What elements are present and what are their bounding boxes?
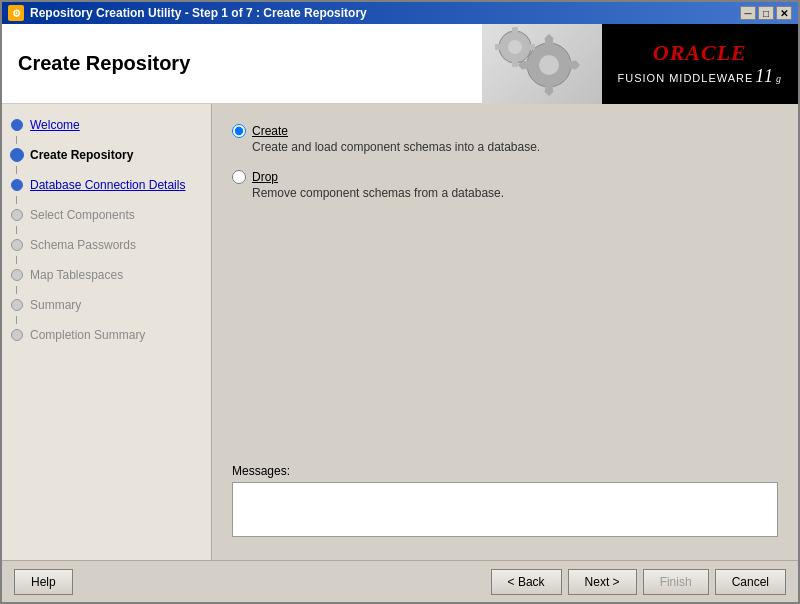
maximize-button[interactable]: □ xyxy=(758,6,774,20)
sidebar-label-completion-summary: Completion Summary xyxy=(30,328,145,342)
sidebar-item-welcome[interactable]: Welcome xyxy=(2,114,211,136)
gears-decoration xyxy=(482,24,602,104)
radio-option-drop: Drop Remove component schemas from a dat… xyxy=(232,170,778,200)
radio-label-create[interactable]: Create xyxy=(252,124,288,138)
svg-rect-12 xyxy=(512,27,518,35)
radio-option-create: Create Create and load component schemas… xyxy=(232,124,778,154)
connector-3 xyxy=(16,196,17,204)
close-button[interactable]: ✕ xyxy=(776,6,792,20)
connector-5 xyxy=(16,256,17,264)
oracle-branding: ORACLE FUSION MIDDLEWARE 11g xyxy=(602,24,798,104)
step-circle-database-connection xyxy=(11,179,23,191)
svg-point-11 xyxy=(508,40,522,54)
oracle-g: g xyxy=(776,73,782,84)
step-icon-database-connection xyxy=(10,178,24,192)
connector-1 xyxy=(16,136,17,144)
sidebar-item-create-repository[interactable]: Create Repository xyxy=(2,144,211,166)
step-icon-summary xyxy=(10,298,24,312)
step-icon-create-repository xyxy=(10,148,24,162)
step-icon-completion-summary xyxy=(10,328,24,342)
sidebar-item-summary: Summary xyxy=(2,294,211,316)
bottom-left: Help xyxy=(14,569,73,595)
messages-box[interactable] xyxy=(232,482,778,537)
main-panel: Create Create and load component schemas… xyxy=(212,104,798,560)
radio-create[interactable] xyxy=(232,124,246,138)
oracle-subtitle-text: FUSION MIDDLEWARE xyxy=(618,72,754,84)
radio-row-create: Create xyxy=(232,124,778,138)
step-circle-welcome xyxy=(11,119,23,131)
step-circle-schema-passwords xyxy=(11,239,23,251)
connector-6 xyxy=(16,286,17,294)
svg-point-1 xyxy=(539,55,559,75)
step-circle-select-components xyxy=(11,209,23,221)
next-button[interactable]: Next > xyxy=(568,569,637,595)
sidebar-item-database-connection[interactable]: Database Connection Details xyxy=(2,174,211,196)
page-title: Create Repository xyxy=(18,52,190,75)
step-icon-welcome xyxy=(10,118,24,132)
bottom-bar: Help < Back Next > Finish Cancel xyxy=(2,560,798,602)
messages-section: Messages: xyxy=(232,448,778,540)
sidebar-label-create-repository: Create Repository xyxy=(30,148,133,162)
header-right: ORACLE FUSION MIDDLEWARE 11g xyxy=(482,24,798,104)
title-bar-left: ⚙ Repository Creation Utility - Step 1 o… xyxy=(8,5,367,21)
step-circle-completion-summary xyxy=(11,329,23,341)
window-title: Repository Creation Utility - Step 1 of … xyxy=(30,6,367,20)
sidebar-label-welcome[interactable]: Welcome xyxy=(30,118,80,132)
back-button[interactable]: < Back xyxy=(491,569,562,595)
messages-label: Messages: xyxy=(232,464,778,478)
oracle-logo: ORACLE xyxy=(653,40,747,66)
radio-desc-create: Create and load component schemas into a… xyxy=(252,140,778,154)
oracle-version: 11 xyxy=(755,66,774,87)
connector-7 xyxy=(16,316,17,324)
title-buttons: ─ □ ✕ xyxy=(740,6,792,20)
connector-4 xyxy=(16,226,17,234)
radio-desc-drop: Remove component schemas from a database… xyxy=(252,186,778,200)
sidebar-label-select-components: Select Components xyxy=(30,208,135,222)
connector-2 xyxy=(16,166,17,174)
sidebar-label-database-connection[interactable]: Database Connection Details xyxy=(30,178,185,192)
radio-group: Create Create and load component schemas… xyxy=(232,124,778,200)
sidebar-item-map-tablespaces: Map Tablespaces xyxy=(2,264,211,286)
sidebar-label-summary: Summary xyxy=(30,298,81,312)
radio-row-drop: Drop xyxy=(232,170,778,184)
svg-rect-15 xyxy=(527,44,535,50)
minimize-button[interactable]: ─ xyxy=(740,6,756,20)
radio-label-drop[interactable]: Drop xyxy=(252,170,278,184)
oracle-subtitle: FUSION MIDDLEWARE 11g xyxy=(618,66,782,87)
sidebar-label-schema-passwords: Schema Passwords xyxy=(30,238,136,252)
sidebar: Welcome Create Repository Database Conne… xyxy=(2,104,212,560)
content-area: Welcome Create Repository Database Conne… xyxy=(2,104,798,560)
cancel-button[interactable]: Cancel xyxy=(715,569,786,595)
finish-button[interactable]: Finish xyxy=(643,569,709,595)
svg-rect-13 xyxy=(512,59,518,67)
step-circle-summary xyxy=(11,299,23,311)
step-icon-select-components xyxy=(10,208,24,222)
step-circle-map-tablespaces xyxy=(11,269,23,281)
header: Create Repository xyxy=(2,24,798,104)
step-circle-create-repository xyxy=(10,148,24,162)
main-window: ⚙ Repository Creation Utility - Step 1 o… xyxy=(0,0,800,604)
step-icon-map-tablespaces xyxy=(10,268,24,282)
svg-rect-14 xyxy=(495,44,503,50)
sidebar-item-completion-summary: Completion Summary xyxy=(2,324,211,346)
app-icon: ⚙ xyxy=(8,5,24,21)
sidebar-item-select-components: Select Components xyxy=(2,204,211,226)
sidebar-label-map-tablespaces: Map Tablespaces xyxy=(30,268,123,282)
help-button[interactable]: Help xyxy=(14,569,73,595)
title-bar: ⚙ Repository Creation Utility - Step 1 o… xyxy=(2,2,798,24)
sidebar-item-schema-passwords: Schema Passwords xyxy=(2,234,211,256)
bottom-right: < Back Next > Finish Cancel xyxy=(491,569,786,595)
step-icon-schema-passwords xyxy=(10,238,24,252)
radio-drop[interactable] xyxy=(232,170,246,184)
